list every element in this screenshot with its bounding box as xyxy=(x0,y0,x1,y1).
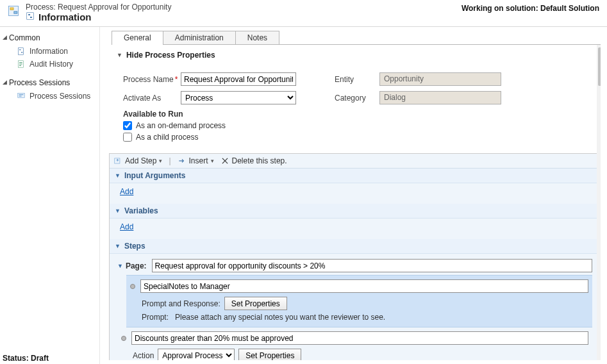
info-icon xyxy=(26,12,35,22)
nav-item-audit-history[interactable]: Audit History xyxy=(3,58,97,70)
available-to-run-header: Available to Run xyxy=(123,110,296,119)
section-input-arguments[interactable]: Input Arguments xyxy=(110,169,597,183)
chevron-down-icon xyxy=(115,243,121,249)
checkbox-child-process[interactable]: As a child process xyxy=(123,133,296,142)
activate-as-label: Activate As xyxy=(123,94,181,103)
svg-rect-6 xyxy=(18,48,23,55)
svg-rect-4 xyxy=(28,14,30,15)
svg-rect-5 xyxy=(30,17,32,18)
category-label: Category xyxy=(335,94,379,103)
checkbox-on-demand-input[interactable] xyxy=(123,121,132,130)
process-name-input[interactable] xyxy=(181,72,296,86)
chevron-down-icon xyxy=(115,208,121,214)
process-title-line: Process: Request Approval for Opportunit… xyxy=(26,3,171,12)
checkbox-on-demand[interactable]: As an on-demand process xyxy=(123,121,296,130)
nav-item-label: Process Sessions xyxy=(29,92,90,101)
chevron-down-icon xyxy=(115,172,121,179)
category-value: Dialog xyxy=(379,91,501,104)
insert-button[interactable]: Insert ▾ xyxy=(178,156,214,165)
activate-as-select[interactable]: Process xyxy=(181,91,296,104)
nav-item-information[interactable]: Information xyxy=(3,45,97,58)
checkbox-child-process-label: As a child process xyxy=(136,133,198,142)
process-app-icon xyxy=(6,4,21,18)
delete-icon xyxy=(220,156,229,165)
hide-process-properties-label: Hide Process Properties xyxy=(126,51,215,60)
step-bullet-icon xyxy=(130,284,135,289)
svg-rect-15 xyxy=(117,159,118,161)
prompt-text: Please attach any special notes you want… xyxy=(175,313,385,322)
step-name-input[interactable] xyxy=(140,279,588,293)
vertical-scrollbar[interactable] xyxy=(597,45,601,360)
scroll-thumb[interactable] xyxy=(598,47,601,86)
nav-item-label: Audit History xyxy=(29,60,73,69)
svg-rect-1 xyxy=(10,8,13,10)
chevron-down-icon xyxy=(117,52,122,58)
checkbox-on-demand-label: As an on-demand process xyxy=(136,121,226,130)
nav-item-label: Information xyxy=(29,47,68,56)
nav-group-sessions[interactable]: Process Sessions xyxy=(3,76,97,90)
step-specialnotes[interactable]: Prompt and Response: Set Properties Prom… xyxy=(126,275,592,327)
page-description-input[interactable] xyxy=(152,259,592,272)
add-step-button[interactable]: Add Step ▾ xyxy=(113,156,162,165)
svg-rect-12 xyxy=(19,95,22,96)
svg-rect-2 xyxy=(14,12,17,13)
prompt-label: Prompt: xyxy=(142,313,169,322)
chevron-down-icon xyxy=(117,263,123,269)
status-bar: Status: Draft xyxy=(3,354,49,363)
tab-administration[interactable]: Administration xyxy=(163,31,236,44)
nav-item-process-sessions[interactable]: Process Sessions xyxy=(3,90,97,103)
step-discount-approval[interactable]: Action Approval Process Set Properties xyxy=(126,327,592,360)
process-editor: Add Step ▾ | Insert ▾ Delete xyxy=(109,153,598,360)
tab-bar: General Administration Notes xyxy=(112,31,601,45)
add-input-argument-link[interactable]: Add xyxy=(120,187,133,196)
info-sheet-icon xyxy=(17,47,26,56)
svg-rect-7 xyxy=(19,49,21,50)
editor-toolbar: Add Step ▾ | Insert ▾ Delete xyxy=(110,154,597,169)
checkbox-child-process-input[interactable] xyxy=(123,133,132,142)
page-header: Process: Request Approval for Opportunit… xyxy=(0,0,607,27)
entity-value: Opportunity xyxy=(379,72,501,86)
nav-group-common[interactable]: Common xyxy=(3,31,97,45)
sessions-icon xyxy=(17,92,26,101)
svg-rect-11 xyxy=(19,94,24,95)
tab-general[interactable]: General xyxy=(112,31,163,44)
action-select[interactable]: Approval Process xyxy=(158,349,235,360)
tab-notes[interactable]: Notes xyxy=(235,31,279,44)
page-title: Information xyxy=(38,12,92,22)
svg-rect-10 xyxy=(18,93,25,97)
section-variables[interactable]: Variables xyxy=(110,204,597,219)
insert-icon xyxy=(178,156,187,165)
prompt-response-label: Prompt and Response: xyxy=(142,299,220,308)
step-name-input[interactable] xyxy=(131,331,588,345)
set-properties-button[interactable]: Set Properties xyxy=(238,349,301,360)
working-solution-label: Working on solution: Default Solution xyxy=(461,4,599,13)
step-bullet-icon xyxy=(121,336,126,341)
svg-rect-3 xyxy=(27,13,34,20)
delete-step-button[interactable]: Delete this step. xyxy=(220,156,287,165)
add-step-icon xyxy=(113,156,122,165)
action-label: Action xyxy=(133,351,154,360)
svg-rect-8 xyxy=(21,52,22,53)
nav-sidebar: Common Information Audit History Process… xyxy=(0,27,100,364)
process-name-label: Process Name* xyxy=(123,75,181,84)
page-label: Page: xyxy=(126,261,147,270)
add-variable-link[interactable]: Add xyxy=(120,222,133,231)
toggle-process-properties[interactable]: Hide Process Properties xyxy=(117,51,215,60)
set-properties-button[interactable]: Set Properties xyxy=(224,297,287,310)
section-steps[interactable]: Steps xyxy=(110,239,597,254)
entity-label: Entity xyxy=(335,75,379,84)
audit-history-icon xyxy=(17,60,26,69)
